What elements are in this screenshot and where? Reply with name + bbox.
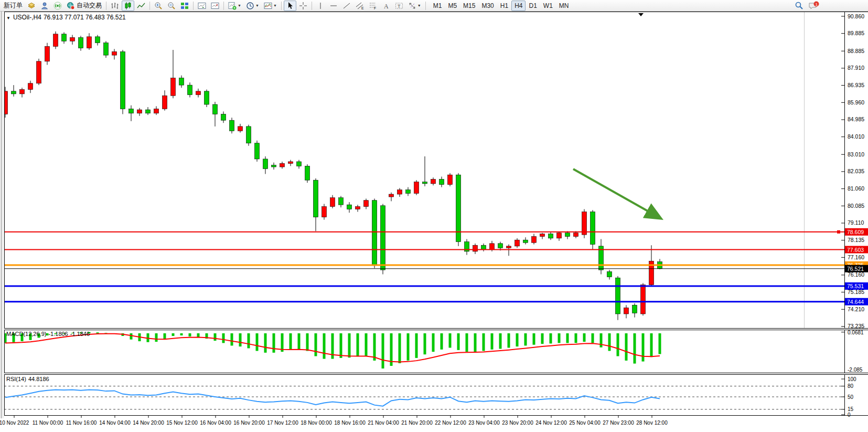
candle[interactable] bbox=[574, 233, 578, 237]
candle[interactable] bbox=[389, 194, 394, 197]
candle[interactable] bbox=[557, 233, 562, 238]
vertical-line-button[interactable] bbox=[314, 1, 327, 11]
text-button[interactable]: A bbox=[380, 1, 392, 11]
notifications-button[interactable]: 1 bbox=[806, 1, 822, 11]
candle[interactable] bbox=[431, 179, 436, 183]
timeframe-W1[interactable]: W1 bbox=[540, 1, 556, 11]
shapes-button[interactable]: ▼ bbox=[406, 1, 423, 11]
candle[interactable] bbox=[146, 110, 151, 113]
candle[interactable] bbox=[163, 96, 167, 109]
candle[interactable] bbox=[381, 206, 385, 270]
candle[interactable] bbox=[356, 206, 360, 209]
candle[interactable] bbox=[305, 166, 310, 180]
candle[interactable] bbox=[121, 51, 125, 109]
auto-scroll-button[interactable] bbox=[196, 1, 208, 11]
fibonacci-button[interactable]: F bbox=[367, 1, 379, 11]
candle[interactable] bbox=[221, 114, 226, 120]
candle[interactable] bbox=[549, 234, 553, 238]
candle[interactable] bbox=[372, 201, 377, 266]
candle[interactable] bbox=[288, 162, 293, 163]
candle[interactable] bbox=[633, 305, 637, 313]
candle[interactable] bbox=[255, 143, 260, 159]
candle[interactable] bbox=[322, 206, 327, 217]
candle[interactable] bbox=[347, 205, 352, 209]
candle[interactable] bbox=[582, 212, 587, 235]
candle[interactable] bbox=[607, 272, 612, 277]
candle[interactable] bbox=[188, 85, 192, 94]
timeframe-MN[interactable]: MN bbox=[556, 1, 572, 11]
candle[interactable] bbox=[523, 240, 528, 243]
chart-shift-marker[interactable] bbox=[638, 13, 644, 16]
candle[interactable] bbox=[641, 285, 646, 314]
candle[interactable] bbox=[20, 89, 25, 93]
candle[interactable] bbox=[565, 233, 570, 237]
horizontal-line-button[interactable] bbox=[327, 1, 340, 11]
candle[interactable] bbox=[515, 240, 520, 246]
candle[interactable] bbox=[53, 34, 58, 46]
trendline-button[interactable] bbox=[340, 1, 353, 11]
candle[interactable] bbox=[481, 245, 486, 249]
candle[interactable] bbox=[154, 109, 159, 113]
candle[interactable] bbox=[179, 78, 184, 85]
timeframe-M1[interactable]: M1 bbox=[430, 1, 445, 11]
chart-collapse-icon[interactable]: ▼ bbox=[6, 16, 10, 20]
candle[interactable] bbox=[591, 212, 595, 245]
candle[interactable] bbox=[498, 244, 503, 248]
candle[interactable] bbox=[280, 163, 285, 167]
candle[interactable] bbox=[540, 234, 545, 236]
candle[interactable] bbox=[137, 110, 142, 113]
line-marker[interactable] bbox=[837, 230, 840, 234]
auto-trading-button[interactable]: 自动交易 bbox=[65, 1, 104, 11]
timeframe-H4[interactable]: H4 bbox=[511, 1, 526, 11]
candlestick-chart-button[interactable] bbox=[122, 1, 134, 11]
candle[interactable] bbox=[129, 109, 134, 113]
bar-chart-button[interactable] bbox=[109, 1, 121, 11]
candle[interactable] bbox=[12, 91, 16, 94]
candle[interactable] bbox=[95, 37, 100, 43]
candle[interactable] bbox=[339, 198, 344, 205]
candle[interactable] bbox=[414, 182, 419, 194]
chart-surface[interactable]: 78.60977.60376.72576.52175.53174.64490.8… bbox=[0, 12, 868, 432]
candle[interactable] bbox=[28, 83, 33, 90]
equidistant-channel-button[interactable]: E bbox=[353, 1, 366, 11]
line-chart-button[interactable] bbox=[135, 1, 147, 11]
zoom-in-button[interactable] bbox=[152, 1, 165, 11]
candle[interactable] bbox=[230, 120, 234, 131]
candle[interactable] bbox=[62, 34, 67, 41]
candle[interactable] bbox=[79, 38, 83, 48]
market-watch-button[interactable] bbox=[38, 1, 51, 11]
candle[interactable] bbox=[330, 198, 335, 207]
trend-arrow[interactable] bbox=[573, 169, 660, 218]
candle[interactable] bbox=[272, 165, 276, 167]
candle[interactable] bbox=[205, 91, 209, 104]
zoom-out-button[interactable] bbox=[165, 1, 178, 11]
periods-button[interactable]: ▼ bbox=[244, 1, 261, 11]
candle[interactable] bbox=[314, 180, 318, 217]
candle[interactable] bbox=[473, 245, 478, 251]
candle[interactable] bbox=[440, 179, 444, 184]
candle[interactable] bbox=[532, 236, 537, 243]
charts-stack-button[interactable] bbox=[25, 1, 38, 11]
candle[interactable] bbox=[196, 91, 201, 95]
candle[interactable] bbox=[297, 162, 302, 166]
new-order-button[interactable]: 新订单 bbox=[2, 1, 25, 11]
candle[interactable] bbox=[398, 190, 402, 194]
candle[interactable] bbox=[112, 51, 117, 55]
candle[interactable] bbox=[624, 308, 629, 314]
chart-shift-button[interactable] bbox=[209, 1, 221, 11]
timeframe-H1[interactable]: H1 bbox=[497, 1, 511, 11]
candle[interactable] bbox=[70, 38, 75, 41]
new-chart-button[interactable]: ▼ bbox=[226, 1, 243, 11]
candle[interactable] bbox=[45, 46, 50, 61]
candle[interactable] bbox=[104, 43, 109, 55]
candle[interactable] bbox=[247, 127, 251, 143]
candle[interactable] bbox=[364, 201, 369, 207]
candle[interactable] bbox=[490, 244, 495, 250]
candle[interactable] bbox=[616, 278, 620, 314]
candle[interactable] bbox=[507, 246, 511, 248]
timeframe-M15[interactable]: M15 bbox=[460, 1, 478, 11]
text-label-button[interactable]: T bbox=[393, 1, 405, 11]
candle[interactable] bbox=[406, 190, 411, 194]
cursor-button[interactable] bbox=[284, 1, 296, 11]
candle[interactable] bbox=[448, 175, 453, 184]
